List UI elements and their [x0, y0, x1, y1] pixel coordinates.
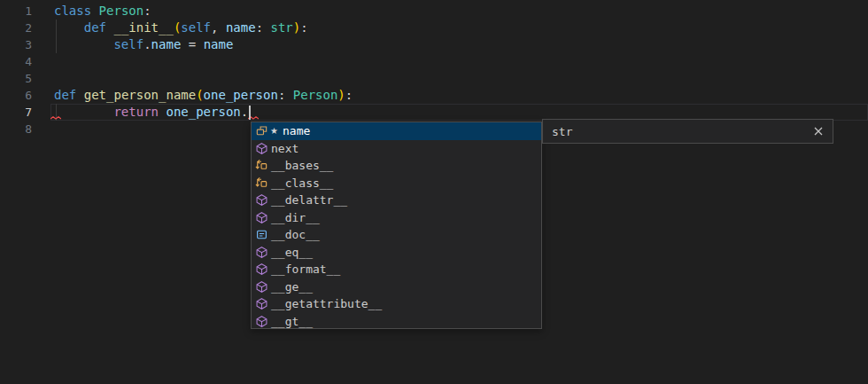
method-icon — [254, 245, 268, 259]
code-token: = — [189, 37, 196, 51]
code-token: def — [84, 20, 106, 35]
suggest-item-name[interactable]: ★name — [252, 122, 541, 140]
suggest-widget: ★namenext__bases____class____delattr____… — [251, 121, 542, 329]
method-icon — [254, 314, 268, 328]
code-token: : — [300, 20, 307, 35]
line-number: 5 — [0, 70, 32, 87]
suggest-item-label: name — [283, 124, 310, 137]
method-icon — [254, 210, 268, 224]
code-text — [32, 70, 54, 87]
indent-guide — [56, 20, 57, 53]
suggest-item-label: __class__ — [271, 176, 333, 190]
code-line[interactable]: 5 — [0, 70, 868, 87]
code-token — [91, 4, 98, 18]
line-number: 3 — [0, 36, 32, 53]
code-token: get_person_name — [84, 88, 196, 102]
code-text: self.name = name — [32, 36, 233, 53]
code-token — [218, 20, 225, 35]
star-icon: ★ — [268, 126, 280, 136]
suggest-item-next[interactable]: next — [252, 140, 541, 158]
code-line[interactable]: 2 def __init__(self, name: str): — [0, 20, 868, 36]
code-token — [76, 88, 83, 102]
code-token: Person — [99, 4, 144, 18]
code-token: name — [226, 20, 256, 35]
code-token — [196, 37, 203, 51]
suggest-item-eq[interactable]: __eq__ — [252, 244, 541, 262]
code-text: def get_person_name(one_person: Person): — [32, 87, 353, 104]
suggest-item-label: __doc__ — [271, 228, 320, 241]
text-icon — [254, 228, 268, 242]
method-icon — [254, 263, 268, 277]
suggest-item-bases[interactable]: __bases__ — [252, 157, 541, 175]
code-token: __init__ — [113, 20, 173, 35]
code-text — [32, 121, 54, 137]
method-icon — [254, 297, 268, 311]
suggest-item-gt[interactable]: __gt__ — [252, 313, 541, 330]
code-token: ) — [293, 20, 300, 35]
code-token: . — [143, 37, 151, 51]
line-number: 6 — [0, 87, 32, 104]
line-number: 4 — [0, 53, 32, 70]
code-token: name — [204, 37, 234, 51]
code-line[interactable]: 6def get_person_name(one_person: Person)… — [0, 87, 868, 104]
line-number: 8 — [0, 121, 32, 137]
code-editor[interactable]: 1class Person:2 def __init__(self, name:… — [0, 0, 868, 384]
suggest-item-label: next — [271, 142, 298, 155]
code-text: class Person: — [32, 3, 151, 20]
line-number: 1 — [0, 3, 32, 20]
code-token: self — [113, 37, 143, 51]
suggest-item-getattribute[interactable]: __getattribute__ — [252, 295, 541, 313]
suggest-item-dir[interactable]: __dir__ — [252, 209, 541, 227]
line-number: 7 — [0, 104, 32, 121]
code-text: def __init__(self, name: str): — [32, 20, 308, 36]
suggest-detail-text: str — [543, 125, 811, 138]
method-icon — [254, 279, 268, 294]
code-token: def — [54, 88, 76, 102]
line-number: 2 — [0, 20, 32, 36]
method-icon — [254, 141, 268, 155]
code-token — [181, 37, 188, 51]
code-token — [285, 88, 292, 102]
suggest-item-label: __ge__ — [271, 280, 313, 294]
error-squiggle-icon — [50, 116, 61, 120]
code-token: one_person — [204, 88, 278, 102]
code-token: : — [143, 4, 151, 18]
suggest-item-label: __gt__ — [271, 315, 313, 328]
code-token: ( — [196, 88, 203, 102]
code-token — [54, 37, 113, 51]
code-token — [263, 20, 270, 35]
suggest-item-label: __getattribute__ — [271, 297, 382, 310]
code-line[interactable]: 4 — [0, 53, 868, 70]
field-icon — [254, 124, 268, 138]
suggest-item-label: __delattr__ — [271, 193, 347, 207]
code-token: : — [256, 20, 263, 35]
suggest-detail-panel: str — [542, 119, 833, 144]
suggest-item-class[interactable]: __class__ — [252, 175, 541, 192]
code-line[interactable]: 3 self.name = name — [0, 36, 868, 53]
code-token: name — [151, 37, 182, 51]
method-icon — [254, 193, 268, 208]
class-icon — [254, 176, 268, 190]
suggest-item-delattr[interactable]: __delattr__ — [252, 192, 541, 209]
text-cursor — [249, 106, 251, 120]
code-token: self — [181, 20, 211, 35]
suggest-item-format[interactable]: __format__ — [252, 261, 541, 278]
suggest-item-label: __bases__ — [271, 159, 333, 172]
close-icon[interactable] — [811, 124, 825, 138]
suggest-item-label: __dir__ — [271, 211, 320, 224]
code-token: : — [345, 88, 353, 102]
code-line[interactable]: 1class Person: — [0, 3, 868, 20]
code-token: Person — [293, 88, 338, 102]
code-text — [32, 53, 54, 70]
code-token — [54, 20, 84, 35]
suggest-item-label: __eq__ — [271, 246, 313, 259]
suggest-item-label: __format__ — [271, 263, 340, 276]
suggest-item-doc[interactable]: __doc__ — [252, 226, 541, 244]
suggest-item-ge[interactable]: __ge__ — [252, 278, 541, 296]
code-token: str — [271, 20, 293, 35]
code-token: ) — [337, 88, 345, 102]
code-token: class — [54, 4, 91, 18]
class-icon — [254, 159, 268, 173]
